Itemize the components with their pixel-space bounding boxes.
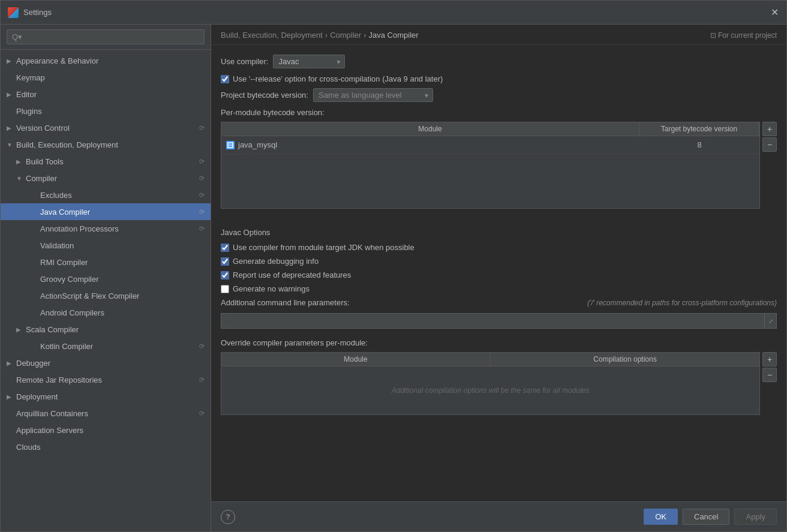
arrow-icon	[7, 108, 14, 115]
no-warnings-checkbox[interactable]	[221, 285, 229, 293]
sidebar-item-kotlin[interactable]: Kotlin Compiler ⟳	[1, 338, 211, 354]
debug-info-checkbox[interactable]	[221, 257, 229, 266]
sidebar-item-annotation[interactable]: Annotation Processors ⟳	[1, 220, 211, 237]
sidebar-item-validation[interactable]: Validation	[1, 237, 211, 254]
compiler-select-wrapper: Javac Eclipse Ajc ▼	[273, 55, 345, 68]
sidebar-item-label: Plugins	[16, 107, 205, 116]
arrow-spacer	[7, 377, 14, 383]
sidebar-item-android[interactable]: Android Compilers	[1, 304, 211, 321]
table-header: Module Target bytecode version	[221, 122, 759, 136]
table-side-buttons: + −	[762, 122, 777, 218]
sidebar-item-scala[interactable]: ▶ Scala Compiler	[1, 321, 211, 338]
arrow-spacer	[31, 293, 38, 299]
arrow-icon: ▶	[16, 158, 23, 165]
per-module-label: Per-module bytecode version:	[221, 108, 777, 117]
override-table: Module Compilation options Additional co…	[221, 352, 760, 415]
arrow-spacer	[31, 343, 38, 350]
version-cell: 8	[639, 139, 759, 151]
arrow-spacer	[31, 192, 38, 199]
sidebar-item-arquillian[interactable]: Arquillian Containers ⟳	[1, 405, 211, 422]
sidebar-item-version-control[interactable]: ▶ Version Control ⟳	[1, 119, 211, 136]
sidebar-item-excludes[interactable]: Excludes ⟳	[1, 187, 211, 203]
sync-icon: ⟳	[199, 376, 205, 384]
sidebar-item-rmi[interactable]: RMI Compiler	[1, 254, 211, 270]
apply-button[interactable]: Apply	[734, 509, 777, 525]
sidebar-item-label: Build Tools	[26, 157, 197, 166]
sidebar-item-label: Excludes	[40, 191, 197, 200]
main-content: Build, Execution, Deployment › Compiler …	[211, 25, 786, 531]
javac-options-section: Javac Options	[221, 228, 777, 237]
arrow-icon: ▶	[7, 125, 14, 131]
release-option-checkbox[interactable]	[221, 75, 229, 83]
sidebar-item-app-servers[interactable]: Application Servers	[1, 422, 211, 438]
expand-button[interactable]: ⤢	[765, 313, 777, 329]
add-override-button[interactable]: +	[762, 352, 777, 366]
sidebar-item-keymap[interactable]: Keymap	[1, 69, 211, 86]
sidebar-item-label: Application Servers	[16, 426, 205, 435]
sidebar-item-compiler[interactable]: ▼ Compiler ⟳	[1, 170, 211, 187]
arrow-icon: ▶	[7, 91, 14, 98]
sidebar-item-build-tools[interactable]: ▶ Build Tools ⟳	[1, 153, 211, 170]
arrow-icon	[7, 74, 14, 81]
sidebar-item-groovy[interactable]: Groovy Compiler	[1, 270, 211, 287]
per-module-table-container: Module Target bytecode version ja	[221, 122, 760, 218]
cancel-button[interactable]: Cancel	[683, 509, 729, 525]
breadcrumb: Build, Execution, Deployment › Compiler …	[211, 25, 786, 45]
release-option-label: Use '--release' option for cross-compila…	[233, 74, 443, 83]
arrow-spacer	[31, 209, 38, 215]
sidebar-item-debugger[interactable]: ▶ Debugger	[1, 354, 211, 371]
sidebar-item-build[interactable]: ▼ Build, Execution, Deployment	[1, 136, 211, 153]
bytecode-select[interactable]: Same as language level 1.8 11 17	[313, 88, 433, 102]
module-target-checkbox[interactable]	[221, 244, 229, 252]
arrow-icon: ▼	[16, 175, 23, 182]
sidebar-item-editor[interactable]: ▶ Editor	[1, 86, 211, 103]
module-column-header: Module	[221, 122, 639, 136]
remove-override-button[interactable]: −	[762, 368, 777, 382]
sidebar-item-remote-jar[interactable]: Remote Jar Repositories ⟳	[1, 371, 211, 388]
cmd-row: Additional command line parameters: ('/'…	[221, 298, 777, 307]
sidebar-item-label: Annotation Processors	[40, 224, 197, 233]
debug-info-label: Generate debugging info	[233, 257, 319, 266]
bytecode-row: Project bytecode version: Same as langua…	[221, 88, 777, 102]
sidebar-item-clouds[interactable]: Clouds	[1, 438, 211, 455]
arrow-spacer	[7, 444, 14, 450]
override-options-header: Compilation options	[491, 353, 759, 366]
breadcrumb-part2: Compiler	[330, 31, 361, 40]
sidebar-item-label: Version Control	[16, 124, 197, 133]
sidebar-item-java-compiler[interactable]: Java Compiler ⟳	[1, 203, 211, 220]
sidebar-item-plugins[interactable]: Plugins	[1, 103, 211, 119]
compiler-select[interactable]: Javac Eclipse Ajc	[273, 55, 345, 68]
sidebar-item-actionscript[interactable]: ActionScript & Flex Compiler	[1, 287, 211, 304]
settings-panel: Use compiler: Javac Eclipse Ajc ▼ Use '-…	[211, 45, 786, 501]
sidebar-item-appearance[interactable]: ▶ Appearance & Behavior	[1, 52, 211, 69]
arrow-spacer	[31, 226, 38, 232]
override-side-buttons: + −	[762, 352, 777, 415]
sync-icon: ⟳	[199, 124, 205, 132]
sidebar-item-label: Android Compilers	[40, 308, 205, 317]
sidebar-item-deployment[interactable]: ▶ Deployment	[1, 388, 211, 405]
content-area: ▶ Appearance & Behavior Keymap ▶ Editor …	[1, 25, 786, 531]
search-input[interactable]	[7, 29, 205, 44]
close-button[interactable]: ✕	[770, 8, 779, 17]
checkbox-module-target: Use compiler from module target JDK when…	[221, 243, 777, 252]
add-module-button[interactable]: +	[762, 122, 777, 136]
arrow-spacer	[31, 309, 38, 316]
arrow-spacer	[31, 242, 38, 249]
help-button[interactable]: ?	[221, 510, 235, 524]
sidebar-item-label: Scala Compiler	[26, 325, 205, 334]
arrow-icon: ▶	[7, 58, 14, 64]
deprecated-checkbox[interactable]	[221, 271, 229, 279]
cmd-input[interactable]	[221, 313, 765, 329]
breadcrumb-sep2: ›	[364, 31, 366, 40]
remove-module-button[interactable]: −	[762, 137, 777, 152]
checkbox-no-warnings: Generate no warnings	[221, 284, 777, 293]
sidebar-item-label: Keymap	[16, 73, 205, 82]
ok-button[interactable]: OK	[644, 509, 678, 525]
breadcrumb-part1: Build, Execution, Deployment	[221, 31, 323, 40]
arrow-icon: ▶	[7, 393, 14, 400]
title-bar: Settings ✕	[1, 1, 786, 25]
table-row[interactable]: java_mysql 8	[221, 136, 759, 154]
sidebar-item-label: Build, Execution, Deployment	[16, 140, 205, 149]
window-title: Settings	[23, 8, 770, 17]
sidebar-item-label: RMI Compiler	[40, 258, 205, 267]
